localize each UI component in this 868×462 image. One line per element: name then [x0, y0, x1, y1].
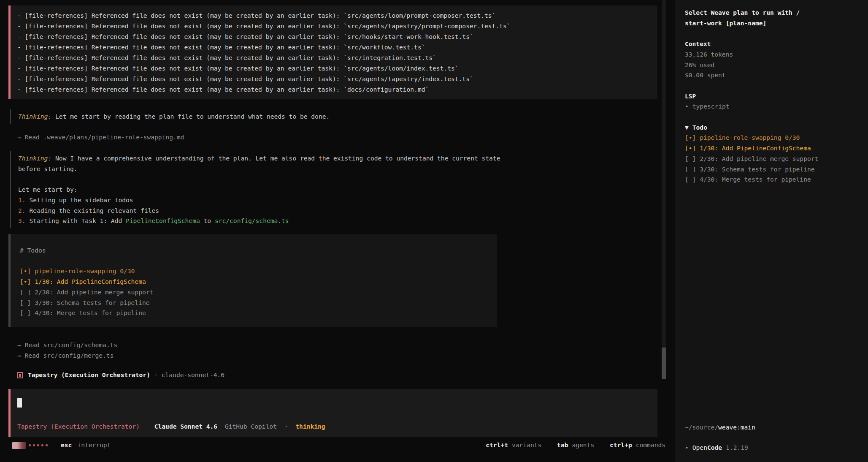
- warning-line: - [file-references] Referenced file does…: [17, 52, 657, 63]
- referenced-file-path: `docs/configuration.md`: [343, 86, 429, 93]
- todo-item-current: [•] 1/30: Add PipelineConfigSchema: [20, 277, 497, 287]
- agent-square-icon: [17, 372, 23, 378]
- warning-line: - [file-references] Referenced file does…: [17, 31, 657, 42]
- todo-item-pending: [ ] 2/30: Add pipeline merge support: [20, 287, 497, 298]
- app-name: Open: [692, 444, 707, 451]
- text-cursor: [17, 398, 22, 408]
- lsp-status-dot: •: [685, 103, 689, 110]
- app-version: 1.2.19: [726, 444, 748, 451]
- list-item: 2.Reading the existing relevant files: [18, 206, 643, 216]
- referenced-file-path: `src/workflow.test.ts`: [343, 43, 425, 51]
- sidebar-title: start-work [plan-name]: [685, 18, 862, 29]
- sidebar-title: Select Weave plan to run with /: [685, 8, 862, 18]
- scrollbar-track[interactable]: [662, 0, 666, 379]
- thinking-text: Let me start by reading the plan file to…: [55, 113, 330, 120]
- todo-item-pending: [ ] 4/30: Merge tests for pipeline: [20, 308, 497, 318]
- warning-line: - [file-references] Referenced file does…: [17, 73, 657, 84]
- app-status-dot: •: [685, 444, 689, 451]
- statusbar-right: ctrl+tvariants tabagents ctrl+pcommands: [0, 440, 665, 451]
- lsp-server-name: typescript: [692, 103, 730, 110]
- referenced-file-path: `src/agents/loom/index.test.ts`: [343, 65, 458, 72]
- context-used: 26% used: [685, 60, 862, 71]
- input-provider: GitHub Copilot: [225, 423, 277, 430]
- sidebar: Select Weave plan to run with / start-wo…: [675, 0, 868, 462]
- referenced-file-path: `src/agents/loom/prompt-composer.test.ts…: [343, 12, 495, 19]
- separator-dot: ·: [154, 370, 158, 380]
- keybind-variants: ctrl+t: [486, 441, 508, 448]
- sidebar-todo-item-active: [•] pipeline-role-swapping 0/30: [685, 133, 862, 143]
- input-status-row: Tapestry (Execution Orchestrator) Claude…: [17, 421, 325, 432]
- sidebar-todo-item-current: [•] 1/30: Add PipelineConfigSchema: [685, 143, 862, 154]
- sidebar-todo-item-pending: [ ] 3/30: Schema tests for pipeline: [685, 164, 862, 175]
- scrollbar-thumb[interactable]: [662, 348, 666, 379]
- warning-line: - [file-references] Referenced file does…: [17, 84, 657, 95]
- referenced-file-path: `src/integration.test.ts`: [343, 54, 436, 61]
- thinking-text: before starting.: [18, 164, 643, 174]
- tool-action-read-merge: → Read src/config/merge.ts: [17, 351, 114, 361]
- todo-item-pending: [ ] 3/30: Schema tests for pipeline: [20, 298, 497, 308]
- cwd-prefix: ~/source/: [685, 424, 718, 431]
- opencode-tui: { "colors": { "accent_pink": "#d3707a", …: [0, 0, 868, 462]
- input-model-name: Claude Sonnet 4.6: [154, 423, 217, 430]
- thinking-block: Thinking:Now I have a comprehensive unde…: [10, 151, 643, 228]
- tool-action-read-plan: → Read .weave/plans/pipeline-role-swappi…: [17, 132, 184, 143]
- context-heading: Context: [685, 39, 862, 49]
- todos-panel-title: # Todos: [20, 245, 497, 256]
- lsp-item: •typescript: [685, 101, 862, 112]
- referenced-file-path: `src/agents/tapestry/index.test.ts`: [343, 75, 473, 82]
- lsp-heading: LSP: [685, 91, 862, 102]
- agent-model: claude-sonnet-4.6: [162, 370, 224, 380]
- thinking-text: Now I have a comprehensive understanding…: [55, 155, 500, 162]
- thinking-label: Thinking:: [18, 155, 51, 162]
- list-intro: Let me start by:: [18, 185, 643, 195]
- prompt-input[interactable]: Tapestry (Execution Orchestrator) Claude…: [8, 389, 657, 437]
- list-item: 3.Starting with Task 1: Add PipelineConf…: [18, 216, 643, 226]
- agent-name: Tapestry (Execution Orchestrator): [28, 370, 150, 380]
- todo-item-active: [•] pipeline-role-swapping 0/30: [20, 266, 497, 277]
- app-version-line: •OpenCode1.2.19: [685, 443, 748, 453]
- context-tokens: 33,126 tokens: [685, 49, 862, 60]
- cwd-repo-branch: weave:main: [718, 424, 755, 431]
- warning-line: - [file-references] Referenced file does…: [17, 63, 657, 73]
- warning-line: - [file-references] Referenced file does…: [17, 42, 657, 52]
- file-references-warning-block: - [file-references] Referenced file does…: [8, 5, 657, 99]
- app-name-bold: Code: [707, 444, 722, 451]
- sidebar-todo-item-pending: [ ] 4/30: Merge tests for pipeline: [685, 174, 862, 185]
- thinking-block: Thinking:Let me start by reading the pla…: [10, 109, 643, 124]
- sidebar-todo-item-pending: [ ] 2/30: Add pipeline merge support: [685, 154, 862, 164]
- inline-code: src/config/schema.ts: [215, 217, 289, 224]
- agent-status-line: Tapestry (Execution Orchestrator) · clau…: [17, 370, 224, 380]
- warning-line: - [file-references] Referenced file does…: [17, 21, 657, 31]
- working-directory: ~/source/weave:main: [685, 422, 755, 433]
- referenced-file-path: `src/hooks/start-work-hook.test.ts`: [343, 33, 473, 40]
- input-agent-name: Tapestry (Execution Orchestrator): [17, 423, 140, 430]
- list-item: 1.Setting up the sidebar todos: [18, 195, 643, 206]
- keybind-commands: ctrl+p: [610, 441, 632, 448]
- collapse-triangle-icon: ▼: [685, 124, 689, 131]
- todo-section-heading[interactable]: ▼Todo: [685, 122, 862, 133]
- inline-code: PipelineConfigSchema: [126, 217, 200, 224]
- tool-action-read-schema: → Read src/config/schema.ts: [17, 340, 117, 351]
- working-state-badge: thinking: [295, 423, 325, 430]
- todos-panel: # Todos [•] pipeline-role-swapping 0/30 …: [8, 234, 497, 327]
- thinking-label: Thinking:: [18, 113, 51, 120]
- keybind-agents: tab: [557, 441, 568, 448]
- separator-dot: ·: [284, 423, 288, 430]
- warning-line: - [file-references] Referenced file does…: [17, 10, 657, 21]
- referenced-file-path: `src/agents/tapestry/prompt-composer.tes…: [343, 22, 510, 30]
- context-spent: $0.00 spent: [685, 70, 862, 81]
